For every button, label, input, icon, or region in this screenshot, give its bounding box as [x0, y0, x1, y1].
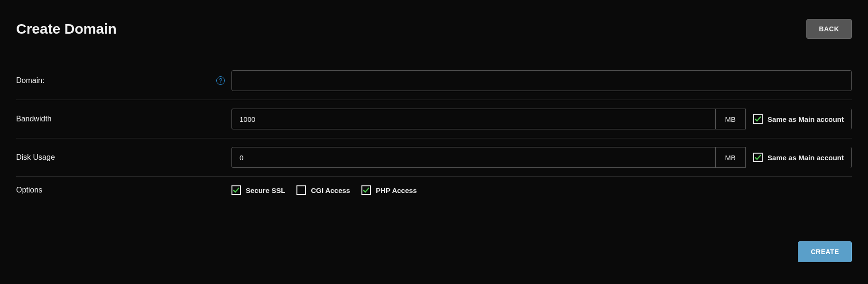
create-button[interactable]: CREATE — [798, 241, 852, 262]
options-label: Options — [16, 186, 42, 194]
bandwidth-unit: MB — [715, 109, 746, 129]
domain-row: Domain: ? — [16, 62, 852, 100]
cgi-access-label: CGI Access — [311, 186, 350, 194]
secure-ssl-label: Secure SSL — [246, 186, 285, 194]
disk-usage-same-label: Same as Main account — [767, 154, 844, 162]
checkbox-icon — [296, 185, 306, 195]
php-access-checkbox[interactable]: PHP Access — [361, 185, 417, 195]
checkbox-icon — [753, 153, 763, 162]
disk-usage-label: Disk Usage — [16, 153, 55, 162]
disk-usage-input[interactable] — [231, 147, 715, 168]
domain-label: Domain: — [16, 76, 45, 85]
checkbox-icon — [231, 185, 241, 195]
disk-usage-same-checkbox[interactable]: Same as Main account — [753, 153, 844, 162]
help-icon[interactable]: ? — [216, 76, 225, 85]
options-row: Options Secure SSL CGI Access PHP Access — [16, 177, 852, 203]
disk-usage-unit: MB — [715, 147, 746, 168]
secure-ssl-checkbox[interactable]: Secure SSL — [231, 185, 285, 195]
domain-input[interactable] — [231, 70, 852, 91]
back-button[interactable]: BACK — [806, 19, 852, 39]
checkbox-icon — [753, 114, 763, 124]
php-access-label: PHP Access — [376, 186, 417, 194]
checkbox-icon — [361, 185, 371, 195]
bandwidth-same-label: Same as Main account — [767, 115, 844, 123]
bandwidth-row: Bandwidth MB Same as Main account — [16, 100, 852, 138]
cgi-access-checkbox[interactable]: CGI Access — [296, 185, 350, 195]
page-title: Create Domain — [16, 21, 117, 37]
disk-usage-row: Disk Usage MB Same as Main account — [16, 138, 852, 177]
bandwidth-same-checkbox[interactable]: Same as Main account — [753, 114, 844, 124]
bandwidth-input[interactable] — [231, 109, 715, 129]
bandwidth-label: Bandwidth — [16, 115, 52, 123]
